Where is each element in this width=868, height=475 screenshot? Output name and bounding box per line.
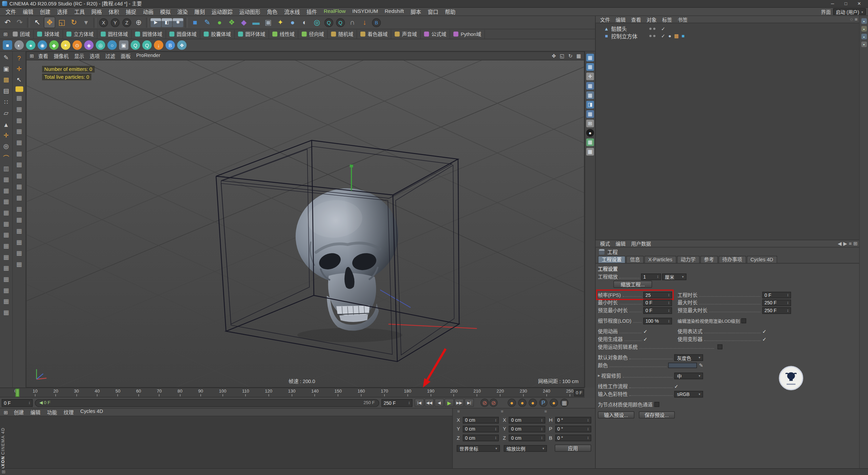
xp[interactable]: ■ bbox=[680, 33, 686, 38]
menu-window[interactable]: 窗口 bbox=[425, 8, 442, 16]
camera-icon[interactable]: ▣ bbox=[262, 17, 274, 28]
current-frame-field[interactable]: 0 F↕ bbox=[2, 399, 33, 407]
record-point-level-toggle[interactable]: ● bbox=[550, 399, 558, 407]
palette-command-icon[interactable]: ▦ bbox=[14, 171, 24, 180]
range-start-marker[interactable]: ◀ 0 F bbox=[39, 400, 51, 405]
palette-command-icon[interactable]: ▦ bbox=[14, 127, 24, 136]
stepper-icon[interactable]: ↕ bbox=[541, 418, 543, 422]
redo-icon[interactable]: ↷ bbox=[14, 17, 25, 28]
tab-todo[interactable]: 待办事项 bbox=[718, 256, 746, 263]
palette-command-icon[interactable]: ▦ bbox=[14, 204, 24, 214]
close-button[interactable]: ✕ bbox=[852, 1, 866, 6]
viewport-canvas[interactable]: Number of emitters: 0Total live particle… bbox=[26, 60, 584, 387]
expand-arrow-icon[interactable]: ▸ bbox=[598, 373, 600, 378]
object-row-skull[interactable]: ▲ 骷髅头 ✓ bbox=[596, 25, 859, 32]
docked-command-icon[interactable]: ▦ bbox=[586, 138, 594, 146]
field-disc[interactable]: 圆盘体域 bbox=[166, 30, 200, 38]
scale-tool-icon[interactable]: ◱ bbox=[56, 17, 67, 28]
coordinate-system-icon[interactable]: ⊕ bbox=[133, 17, 144, 28]
record-scale-toggle[interactable]: ● bbox=[518, 399, 526, 407]
goto-end-button[interactable]: ▶| bbox=[465, 399, 474, 407]
tab-project-settings[interactable]: 工程设置 bbox=[598, 256, 626, 263]
palette-command-icon[interactable]: ▦ bbox=[1, 274, 11, 284]
minimize-button[interactable]: ─ bbox=[826, 1, 839, 6]
use-deformers-checkbox[interactable]: ✓ bbox=[762, 336, 791, 342]
floor-icon[interactable]: ▬ bbox=[250, 17, 262, 28]
stepper-icon[interactable]: ↕ bbox=[587, 436, 589, 439]
model-mode-icon[interactable]: ▣ bbox=[1, 64, 11, 74]
visibility-dot[interactable] bbox=[649, 35, 652, 37]
xp-emitter-icon[interactable]: ◎ bbox=[311, 17, 323, 28]
coord-panel-handle[interactable]: ≡ bbox=[501, 409, 504, 414]
stepper-icon[interactable]: ↕ bbox=[495, 418, 497, 422]
rf-fill-object-icon[interactable]: ◐ bbox=[14, 40, 24, 50]
save-preset-button[interactable]: 保存预设... bbox=[638, 411, 675, 418]
play-button[interactable]: ▶ bbox=[445, 399, 454, 407]
last-tool-icon[interactable]: ▾ bbox=[80, 17, 92, 28]
menu-mograph[interactable]: 运动图形 bbox=[236, 8, 264, 16]
next-key-button[interactable]: ▶▶ bbox=[454, 399, 464, 407]
insydium-download-icon[interactable]: ↓ bbox=[359, 17, 370, 28]
menu-mesh[interactable]: 网格 bbox=[88, 8, 105, 16]
spline-pen-icon[interactable]: ✎ bbox=[201, 17, 213, 28]
attr-menu-user-data[interactable]: 用户数据 bbox=[628, 240, 654, 247]
coordinate-field[interactable]: 0 cm↕ bbox=[509, 434, 545, 441]
menu-volume[interactable]: 体积 bbox=[105, 8, 122, 16]
docked-command-icon[interactable]: ▦ bbox=[586, 82, 594, 90]
linear-workflow-checkbox[interactable]: ✓ bbox=[674, 383, 703, 389]
rf-foam-icon[interactable]: ⊙ bbox=[73, 40, 82, 50]
sky-icon[interactable]: ● bbox=[287, 17, 298, 28]
rf-scene-icon[interactable]: ■ bbox=[3, 40, 12, 50]
palette-command-icon[interactable]: ▦ bbox=[14, 182, 24, 192]
goto-start-button[interactable]: |◀ bbox=[415, 399, 424, 407]
edges-mode-icon[interactable]: ▱ bbox=[1, 109, 11, 118]
palette-command-icon[interactable]: ▦ bbox=[14, 193, 24, 203]
stepper-icon[interactable]: ↕ bbox=[668, 293, 670, 297]
y-axis-lock-icon[interactable]: Y bbox=[111, 18, 120, 27]
render-lod-checkbox[interactable] bbox=[742, 318, 747, 323]
color-swatch[interactable] bbox=[668, 362, 697, 368]
attr-forward-icon[interactable]: ▶ bbox=[843, 241, 847, 246]
subdivision-surface-icon[interactable]: ● bbox=[214, 17, 225, 28]
input-color-profile-select[interactable]: sRGB▾ bbox=[674, 391, 703, 397]
menu-help[interactable]: 帮助 bbox=[441, 8, 459, 16]
menu-file[interactable]: 文件 bbox=[2, 8, 20, 16]
palette-command-icon[interactable]: ▦ bbox=[14, 260, 24, 269]
visibility-dot[interactable] bbox=[653, 35, 656, 37]
menu-snap[interactable]: 捕捉 bbox=[122, 8, 140, 16]
live-selection-icon[interactable]: ↖ bbox=[32, 17, 43, 28]
timeline-ruler[interactable]: 0102030405060708090100110120130140150160… bbox=[0, 387, 585, 397]
viewport-menu-panel[interactable]: 面板 bbox=[118, 52, 134, 59]
coordinate-field[interactable]: 0 cm↕ bbox=[509, 425, 545, 432]
palette-command-icon[interactable]: ▦ bbox=[1, 219, 11, 229]
object-name[interactable]: 控制立方体 bbox=[611, 32, 644, 40]
rotate-tool-icon[interactable]: ↻ bbox=[68, 17, 80, 28]
viewport-zoom-icon[interactable]: ◱ bbox=[558, 52, 566, 59]
stepper-icon[interactable]: ↕ bbox=[657, 274, 659, 278]
polygons-mode-icon[interactable]: ▲ bbox=[1, 119, 11, 129]
dock-tab-icon[interactable]: ▪ bbox=[861, 41, 867, 47]
visibility-dot[interactable] bbox=[649, 27, 652, 30]
x-axis-lock-icon[interactable]: X bbox=[99, 18, 108, 27]
field-cone[interactable]: 圆锥体域 bbox=[132, 30, 166, 38]
stepper-icon[interactable]: ↕ bbox=[787, 293, 789, 297]
menu-animate[interactable]: 动画 bbox=[140, 8, 157, 16]
xp-quicksetup-icon[interactable]: Q bbox=[131, 40, 140, 50]
menu-edit[interactable]: 编辑 bbox=[19, 8, 37, 16]
palette-command-icon[interactable]: ▦ bbox=[1, 286, 11, 295]
field-linear[interactable]: 线性域 bbox=[269, 30, 299, 38]
field-random[interactable]: 随机域 bbox=[328, 30, 357, 38]
field-capsule[interactable]: 胶囊体域 bbox=[200, 30, 235, 38]
tab-reference[interactable]: 参考 bbox=[700, 256, 718, 263]
record-keyframes-button[interactable]: ⊘ bbox=[480, 399, 489, 407]
visibility-dot[interactable] bbox=[653, 27, 656, 30]
scale-project-button[interactable]: 缩放工程... bbox=[613, 281, 652, 288]
material-menu-create[interactable]: 创建 bbox=[11, 408, 27, 416]
make-editable-icon[interactable]: ✎ bbox=[1, 53, 11, 63]
palette-command-icon[interactable]: ▦ bbox=[1, 241, 11, 251]
palette-command-icon[interactable]: ▦ bbox=[14, 226, 24, 236]
docked-command-icon[interactable]: ✛ bbox=[586, 73, 594, 80]
palette-command-icon[interactable]: ▦ bbox=[1, 252, 11, 262]
z-axis-lock-icon[interactable]: Z bbox=[122, 18, 131, 27]
field-python[interactable]: Python域 bbox=[450, 30, 485, 38]
